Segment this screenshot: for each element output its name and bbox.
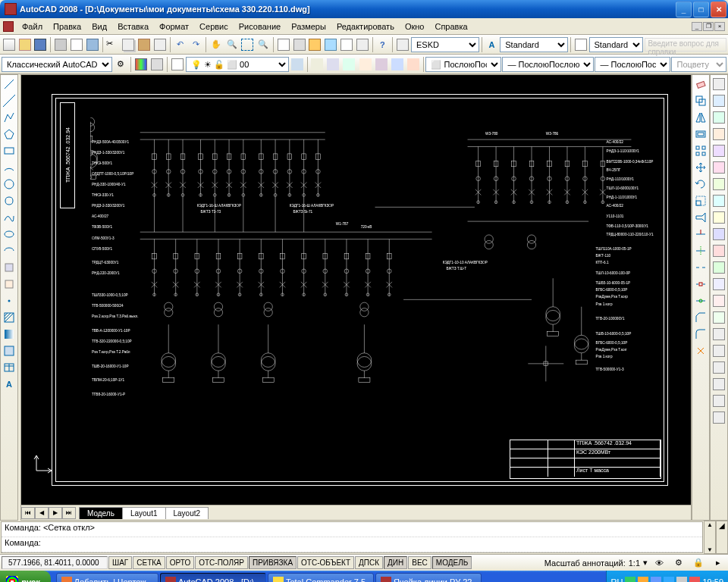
- workspace-select[interactable]: Классический AutoCAD: [2, 57, 112, 72]
- text-style-icon[interactable]: A: [484, 36, 499, 53]
- annotation-scale-value[interactable]: 1:1: [629, 559, 640, 568]
- menu-format[interactable]: Формат: [154, 20, 194, 33]
- menu-tools[interactable]: Сервис: [194, 20, 234, 33]
- match-props-button[interactable]: [152, 36, 168, 53]
- tray-icon-4[interactable]: [664, 577, 674, 582]
- menu-dimension[interactable]: Размеры: [286, 20, 331, 33]
- cmdline-scroll-down[interactable]: ▼: [704, 546, 715, 553]
- radius-dim-tool[interactable]: [711, 159, 727, 176]
- tray-icon-1[interactable]: [625, 577, 635, 582]
- dim-style-icon[interactable]: [395, 36, 410, 53]
- design-center-button[interactable]: [292, 36, 307, 53]
- linetype-select[interactable]: — ПослоюПослою: [502, 57, 594, 72]
- stretch-tool[interactable]: [692, 209, 709, 226]
- table-style-icon[interactable]: [573, 36, 588, 53]
- save-button[interactable]: [33, 36, 49, 53]
- offset-tool[interactable]: [692, 126, 709, 142]
- drawing-area[interactable]: ТПЖА .566742 .032.94: [20, 74, 692, 521]
- maximize-button[interactable]: □: [693, 2, 709, 17]
- tool-palettes-button[interactable]: [308, 36, 323, 53]
- taskbar-item-4[interactable]: Ячейка линии РУ 22...: [375, 573, 482, 582]
- make-block-tool[interactable]: [1, 276, 17, 293]
- point-tool[interactable]: [1, 293, 17, 309]
- taskbar-item-1[interactable]: Добавить | Чертеж...: [56, 573, 158, 582]
- polygon-tool[interactable]: [1, 126, 17, 142]
- otrack-toggle[interactable]: ОТС-ОБЪЕКТ: [297, 556, 354, 569]
- cmdline-grip[interactable]: ◢: [716, 521, 728, 554]
- redo-button[interactable]: ↷: [188, 36, 203, 53]
- zoom-prev-button[interactable]: 🔍: [256, 36, 271, 53]
- dimstyle-update-tool[interactable]: [711, 409, 727, 426]
- jog-line-tool[interactable]: [711, 359, 727, 376]
- properties-button[interactable]: [276, 36, 291, 53]
- trim-tool[interactable]: [692, 226, 709, 242]
- language-indicator[interactable]: RU: [611, 577, 623, 582]
- paste-button[interactable]: [136, 36, 152, 53]
- grid-toggle[interactable]: СЕТКА: [133, 556, 165, 569]
- insert-block-tool[interactable]: [1, 259, 17, 276]
- menu-view[interactable]: Вид: [86, 20, 112, 33]
- break-point-tool[interactable]: [692, 259, 709, 276]
- menu-edit[interactable]: Правка: [48, 20, 86, 33]
- layer-freeze-button[interactable]: [390, 56, 405, 73]
- publish-button[interactable]: [85, 36, 100, 53]
- mirror-tool[interactable]: [692, 109, 709, 126]
- hatch-tool[interactable]: [1, 309, 17, 326]
- tablestyle-select[interactable]: Standard: [589, 37, 644, 52]
- aligned-dim-tool[interactable]: [711, 109, 727, 126]
- center-mark-tool[interactable]: [711, 326, 727, 343]
- dimstyle-select[interactable]: ESKD: [411, 37, 479, 52]
- zoom-realtime-button[interactable]: 🔍: [224, 36, 240, 53]
- model-toggle[interactable]: МОДЕЛЬ: [432, 556, 472, 569]
- erase-tool[interactable]: [692, 76, 709, 92]
- dimtedit-tool[interactable]: [711, 393, 727, 409]
- markup-button[interactable]: [339, 36, 354, 53]
- taskbar-item-2[interactable]: AutoCAD 2008 - [D:\...: [160, 573, 266, 582]
- copy-obj-tool[interactable]: [692, 92, 709, 109]
- help-search-input[interactable]: Введите вопрос для справки: [645, 38, 726, 52]
- color-select[interactable]: ⬜ ПослоюПослою: [425, 57, 501, 72]
- calc-button[interactable]: [355, 36, 370, 53]
- layer-props-button[interactable]: [133, 56, 149, 73]
- line-tool[interactable]: [1, 76, 17, 92]
- anno-flyout-icon[interactable]: ▾: [643, 558, 648, 568]
- pan-button[interactable]: ✋: [209, 36, 224, 53]
- tab-next[interactable]: ▶: [49, 507, 62, 519]
- layer-lock-button[interactable]: [406, 56, 421, 73]
- tab-layout1[interactable]: Layout1: [122, 507, 166, 519]
- tray-icon-3[interactable]: [651, 577, 661, 582]
- ellipse-arc-tool[interactable]: [1, 242, 17, 259]
- layer-off-button[interactable]: [374, 56, 389, 73]
- coordinates-display[interactable]: 577.1966, 81.4011, 0.0000: [2, 556, 108, 569]
- mdi-minimize[interactable]: _: [692, 22, 702, 31]
- move-tool[interactable]: [692, 159, 709, 176]
- jogged-dim-tool[interactable]: [711, 176, 727, 192]
- mdi-close[interactable]: ×: [714, 22, 725, 31]
- copy-button[interactable]: [121, 36, 136, 53]
- tray-icon-2[interactable]: [638, 577, 648, 582]
- explode-tool[interactable]: [692, 343, 709, 359]
- quick-dim-tool[interactable]: [711, 226, 727, 242]
- mdi-restore[interactable]: ❐: [703, 22, 714, 31]
- table-tool[interactable]: [1, 359, 17, 376]
- osnap-toggle[interactable]: ПРИВЯЗКА: [249, 556, 297, 569]
- chamfer-tool[interactable]: [692, 309, 709, 326]
- rotate-tool[interactable]: [692, 176, 709, 192]
- make-layer-current-button[interactable]: [309, 56, 325, 73]
- menu-modify[interactable]: Редактировать: [331, 20, 400, 33]
- lwt-toggle[interactable]: ВЕС: [408, 556, 431, 569]
- tab-first[interactable]: ⏮: [21, 507, 35, 519]
- open-button[interactable]: [17, 36, 33, 53]
- menu-draw[interactable]: Рисование: [234, 20, 286, 33]
- layer-iso-button[interactable]: [341, 56, 356, 73]
- new-button[interactable]: [2, 36, 17, 53]
- menu-window[interactable]: Окно: [400, 20, 430, 33]
- cut-button[interactable]: ✂: [105, 36, 120, 53]
- tolerance-tool[interactable]: [711, 309, 727, 326]
- help-button[interactable]: ?: [375, 36, 391, 53]
- clock[interactable]: 19:59: [702, 577, 723, 582]
- region-tool[interactable]: [1, 343, 17, 359]
- tray-volume-icon[interactable]: [676, 577, 687, 582]
- command-line[interactable]: Команда: <Сетка откл> Команда:: [1, 521, 703, 553]
- preview-button[interactable]: [69, 36, 84, 53]
